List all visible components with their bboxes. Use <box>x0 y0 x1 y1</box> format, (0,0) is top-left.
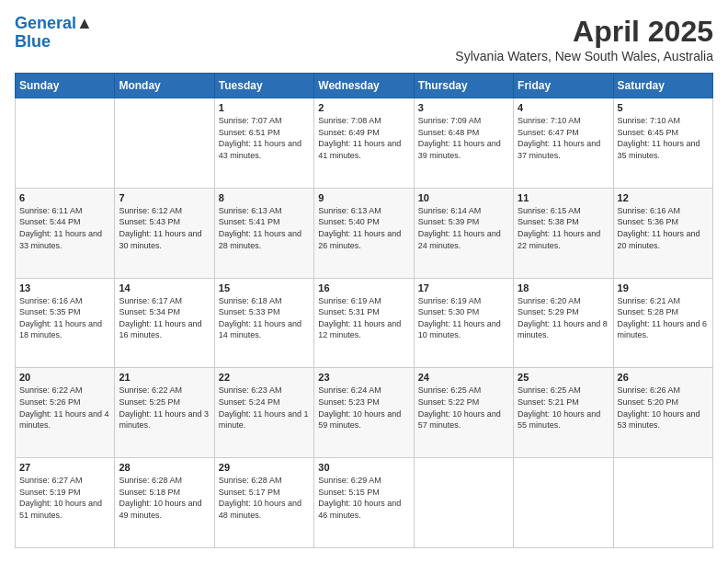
day-number: 17 <box>418 282 509 293</box>
day-number: 18 <box>518 282 609 293</box>
calendar-cell: 16Sunrise: 6:19 AM Sunset: 5:31 PM Dayli… <box>314 278 414 368</box>
title-block: April 2025 Sylvania Waters, New South Wa… <box>455 15 713 63</box>
week-row-3: 13Sunrise: 6:16 AM Sunset: 5:35 PM Dayli… <box>16 278 713 368</box>
week-row-1: 1Sunrise: 7:07 AM Sunset: 6:51 PM Daylig… <box>16 98 713 189</box>
calendar-cell: 13Sunrise: 6:16 AM Sunset: 5:35 PM Dayli… <box>16 278 115 368</box>
day-number: 13 <box>19 282 110 293</box>
calendar-cell: 10Sunrise: 6:14 AM Sunset: 5:39 PM Dayli… <box>414 188 513 278</box>
day-info: Sunrise: 6:28 AM Sunset: 5:18 PM Dayligh… <box>119 475 210 521</box>
calendar-cell: 7Sunrise: 6:12 AM Sunset: 5:43 PM Daylig… <box>115 188 214 278</box>
calendar-cell <box>514 458 613 548</box>
day-number: 4 <box>518 102 609 113</box>
day-info: Sunrise: 6:26 AM Sunset: 5:20 PM Dayligh… <box>618 385 709 431</box>
logo-text: General▲ <box>15 15 93 33</box>
day-info: Sunrise: 7:07 AM Sunset: 6:51 PM Dayligh… <box>219 115 310 161</box>
calendar-cell: 14Sunrise: 6:17 AM Sunset: 5:34 PM Dayli… <box>115 278 214 368</box>
calendar-cell: 4Sunrise: 7:10 AM Sunset: 6:47 PM Daylig… <box>514 98 613 189</box>
day-info: Sunrise: 6:16 AM Sunset: 5:36 PM Dayligh… <box>618 205 709 251</box>
calendar-cell: 8Sunrise: 6:13 AM Sunset: 5:41 PM Daylig… <box>214 188 313 278</box>
calendar-cell: 18Sunrise: 6:20 AM Sunset: 5:29 PM Dayli… <box>514 278 613 368</box>
calendar-cell: 3Sunrise: 7:09 AM Sunset: 6:48 PM Daylig… <box>414 98 513 189</box>
day-info: Sunrise: 6:12 AM Sunset: 5:43 PM Dayligh… <box>119 205 210 251</box>
page: General▲ Blue April 2025 Sylvania Waters… <box>0 0 728 563</box>
day-number: 3 <box>418 102 509 113</box>
day-number: 23 <box>318 372 409 383</box>
calendar-cell <box>115 98 214 189</box>
day-info: Sunrise: 6:25 AM Sunset: 5:22 PM Dayligh… <box>418 385 509 431</box>
calendar-cell: 17Sunrise: 6:19 AM Sunset: 5:30 PM Dayli… <box>414 278 513 368</box>
week-row-4: 20Sunrise: 6:22 AM Sunset: 5:26 PM Dayli… <box>16 368 713 458</box>
calendar-cell <box>414 458 513 548</box>
day-number: 26 <box>618 372 709 383</box>
calendar-cell: 25Sunrise: 6:25 AM Sunset: 5:21 PM Dayli… <box>514 368 613 458</box>
calendar-cell: 6Sunrise: 6:11 AM Sunset: 5:44 PM Daylig… <box>16 188 115 278</box>
calendar-cell: 11Sunrise: 6:15 AM Sunset: 5:38 PM Dayli… <box>514 188 613 278</box>
day-number: 28 <box>119 462 210 473</box>
calendar-cell <box>16 98 115 189</box>
calendar-cell: 12Sunrise: 6:16 AM Sunset: 5:36 PM Dayli… <box>613 188 712 278</box>
weekday-header-wednesday: Wednesday <box>314 74 414 98</box>
calendar-cell: 29Sunrise: 6:28 AM Sunset: 5:17 PM Dayli… <box>214 458 313 548</box>
day-info: Sunrise: 6:16 AM Sunset: 5:35 PM Dayligh… <box>19 295 110 341</box>
calendar-cell: 19Sunrise: 6:21 AM Sunset: 5:28 PM Dayli… <box>613 278 712 368</box>
calendar-cell: 20Sunrise: 6:22 AM Sunset: 5:26 PM Dayli… <box>16 368 115 458</box>
day-number: 5 <box>618 102 709 113</box>
calendar-body: 1Sunrise: 7:07 AM Sunset: 6:51 PM Daylig… <box>16 98 713 548</box>
calendar-cell: 27Sunrise: 6:27 AM Sunset: 5:19 PM Dayli… <box>16 458 115 548</box>
day-number: 7 <box>119 192 210 203</box>
day-info: Sunrise: 6:22 AM Sunset: 5:26 PM Dayligh… <box>19 385 110 431</box>
weekday-header-row: SundayMondayTuesdayWednesdayThursdayFrid… <box>16 74 713 98</box>
day-number: 9 <box>318 192 409 203</box>
calendar-cell: 23Sunrise: 6:24 AM Sunset: 5:23 PM Dayli… <box>314 368 414 458</box>
day-info: Sunrise: 6:14 AM Sunset: 5:39 PM Dayligh… <box>418 205 509 251</box>
day-info: Sunrise: 6:25 AM Sunset: 5:21 PM Dayligh… <box>518 385 609 431</box>
day-info: Sunrise: 7:09 AM Sunset: 6:48 PM Dayligh… <box>418 115 509 161</box>
day-number: 21 <box>119 372 210 383</box>
calendar-cell: 1Sunrise: 7:07 AM Sunset: 6:51 PM Daylig… <box>214 98 313 189</box>
weekday-header-friday: Friday <box>514 74 613 98</box>
day-info: Sunrise: 6:29 AM Sunset: 5:15 PM Dayligh… <box>318 475 409 521</box>
day-info: Sunrise: 6:20 AM Sunset: 5:29 PM Dayligh… <box>518 295 609 341</box>
weekday-header-sunday: Sunday <box>16 74 115 98</box>
day-info: Sunrise: 7:10 AM Sunset: 6:45 PM Dayligh… <box>618 115 709 161</box>
calendar-cell <box>613 458 712 548</box>
day-info: Sunrise: 6:19 AM Sunset: 5:31 PM Dayligh… <box>318 295 409 341</box>
calendar-cell: 24Sunrise: 6:25 AM Sunset: 5:22 PM Dayli… <box>414 368 513 458</box>
day-info: Sunrise: 6:23 AM Sunset: 5:24 PM Dayligh… <box>219 385 310 431</box>
day-number: 20 <box>19 372 110 383</box>
calendar-cell: 22Sunrise: 6:23 AM Sunset: 5:24 PM Dayli… <box>214 368 313 458</box>
day-number: 24 <box>418 372 509 383</box>
day-info: Sunrise: 6:22 AM Sunset: 5:25 PM Dayligh… <box>119 385 210 431</box>
day-info: Sunrise: 6:13 AM Sunset: 5:40 PM Dayligh… <box>318 205 409 251</box>
day-number: 2 <box>318 102 409 113</box>
day-info: Sunrise: 6:11 AM Sunset: 5:44 PM Dayligh… <box>19 205 110 251</box>
day-info: Sunrise: 7:08 AM Sunset: 6:49 PM Dayligh… <box>318 115 409 161</box>
day-number: 8 <box>219 192 310 203</box>
calendar-cell: 2Sunrise: 7:08 AM Sunset: 6:49 PM Daylig… <box>314 98 414 189</box>
week-row-5: 27Sunrise: 6:27 AM Sunset: 5:19 PM Dayli… <box>16 458 713 548</box>
logo-blue: Blue <box>15 33 93 52</box>
day-number: 12 <box>618 192 709 203</box>
calendar: SundayMondayTuesdayWednesdayThursdayFrid… <box>15 73 713 548</box>
day-info: Sunrise: 6:15 AM Sunset: 5:38 PM Dayligh… <box>518 205 609 251</box>
calendar-cell: 9Sunrise: 6:13 AM Sunset: 5:40 PM Daylig… <box>314 188 414 278</box>
weekday-header-tuesday: Tuesday <box>214 74 313 98</box>
logo: General▲ Blue <box>15 15 93 52</box>
day-number: 10 <box>418 192 509 203</box>
day-info: Sunrise: 6:27 AM Sunset: 5:19 PM Dayligh… <box>19 475 110 521</box>
day-number: 29 <box>219 462 310 473</box>
day-number: 14 <box>119 282 210 293</box>
day-info: Sunrise: 6:21 AM Sunset: 5:28 PM Dayligh… <box>618 295 709 341</box>
week-row-2: 6Sunrise: 6:11 AM Sunset: 5:44 PM Daylig… <box>16 188 713 278</box>
day-info: Sunrise: 7:10 AM Sunset: 6:47 PM Dayligh… <box>518 115 609 161</box>
calendar-cell: 28Sunrise: 6:28 AM Sunset: 5:18 PM Dayli… <box>115 458 214 548</box>
day-number: 30 <box>318 462 409 473</box>
day-number: 22 <box>219 372 310 383</box>
main-title: April 2025 <box>455 15 713 49</box>
weekday-header-saturday: Saturday <box>613 74 712 98</box>
day-number: 1 <box>219 102 310 113</box>
weekday-header-monday: Monday <box>115 74 214 98</box>
day-info: Sunrise: 6:19 AM Sunset: 5:30 PM Dayligh… <box>418 295 509 341</box>
calendar-cell: 15Sunrise: 6:18 AM Sunset: 5:33 PM Dayli… <box>214 278 313 368</box>
logo-general: General <box>15 14 76 32</box>
